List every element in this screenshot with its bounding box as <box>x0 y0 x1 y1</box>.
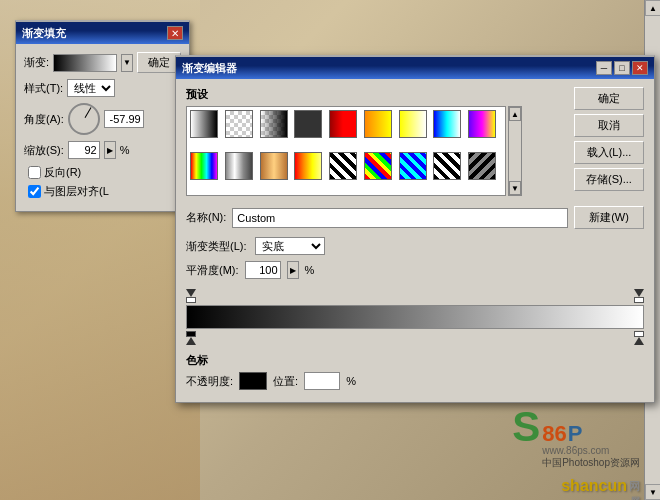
smoothness-label: 平滑度(M): <box>186 263 239 278</box>
editor-titlebar: 渐变编辑器 ─ □ ✕ <box>176 57 654 79</box>
preset-stripe2[interactable] <box>364 152 392 180</box>
gradient-fill-close-btn[interactable]: ✕ <box>167 26 183 40</box>
scroll-down-btn[interactable]: ▼ <box>645 484 660 500</box>
name-label: 名称(N): <box>186 210 226 225</box>
opacity-stop-arrow-left <box>186 289 196 297</box>
gradient-fill-titlebar: 渐变填充 ✕ <box>16 22 189 44</box>
restore-btn[interactable]: □ <box>614 61 630 75</box>
gradient-fill-title: 渐变填充 <box>22 26 66 41</box>
gradient-preview[interactable] <box>53 54 117 72</box>
shancun-cn: 网 <box>629 479 640 494</box>
editor-cancel-btn[interactable]: 取消 <box>574 114 644 137</box>
reverse-checkbox[interactable] <box>28 166 41 179</box>
preset-rainbow[interactable] <box>190 152 218 180</box>
color-stop-black[interactable] <box>186 331 196 345</box>
reverse-label: 反向(R) <box>44 165 81 180</box>
location-label: 位置: <box>273 374 298 389</box>
angle-input[interactable] <box>104 110 144 128</box>
align-checkbox[interactable] <box>28 185 41 198</box>
smoothness-unit: % <box>305 264 315 276</box>
watermark-url: www.86ps.com <box>542 445 609 456</box>
scale-stepper[interactable]: ▶ <box>104 141 116 159</box>
preset-dark[interactable] <box>294 110 322 138</box>
shancun-url: 网 <box>631 495 640 500</box>
preset-warm[interactable] <box>294 152 322 180</box>
color-stop-section: 色标 不透明度: 位置: % <box>186 353 644 390</box>
smoothness-input[interactable] <box>245 261 281 279</box>
gradient-label: 渐变: <box>24 55 49 70</box>
type-row: 渐变类型(L): 实底 <box>186 237 644 255</box>
color-swatch[interactable] <box>239 372 267 390</box>
preset-scroll-down[interactable]: ▼ <box>509 181 521 195</box>
opacity-label: 不透明度: <box>186 374 233 389</box>
preset-chrome[interactable] <box>225 152 253 180</box>
editor-body: 预设 <box>176 79 654 402</box>
gradient-fill-body: 渐变: ▼ 确定 样式(T): 线性 角度(A): 缩放(S): ▶ % 反向(… <box>16 44 189 211</box>
smoothness-stepper[interactable]: ▶ <box>287 261 299 279</box>
editor-save-btn[interactable]: 存储(S)... <box>574 168 644 191</box>
preset-violet[interactable] <box>468 110 496 138</box>
style-label: 样式(T): <box>24 81 63 96</box>
preset-blue-white[interactable] <box>433 110 461 138</box>
angle-row: 角度(A): <box>24 103 181 135</box>
presets-title: 预设 <box>186 87 566 102</box>
reverse-row: 反向(R) <box>24 165 181 180</box>
watermark-logo-char: S <box>512 406 540 448</box>
gradient-bar[interactable] <box>186 305 644 329</box>
type-label: 渐变类型(L): <box>186 239 247 254</box>
new-btn[interactable]: 新建(W) <box>574 206 644 229</box>
style-select[interactable]: 线性 <box>67 79 115 97</box>
opacity-stops <box>186 289 644 303</box>
location-input[interactable] <box>304 372 340 390</box>
name-input[interactable] <box>232 208 568 228</box>
preset-red[interactable] <box>329 110 357 138</box>
opacity-stop-right[interactable] <box>634 289 644 303</box>
color-stops <box>186 331 644 345</box>
style-row: 样式(T): 线性 <box>24 79 181 97</box>
scale-input[interactable] <box>68 141 100 159</box>
preset-copper[interactable] <box>260 152 288 180</box>
editor-action-buttons: 确定 取消 载入(L)... 存储(S)... <box>574 87 644 196</box>
win-buttons: ─ □ ✕ <box>596 61 648 75</box>
scroll-up-btn[interactable]: ▲ <box>645 0 660 16</box>
close-btn[interactable]: ✕ <box>632 61 648 75</box>
preset-stripe5[interactable] <box>468 152 496 180</box>
presets-section: 预设 <box>186 87 644 196</box>
editor-load-btn[interactable]: 载入(L)... <box>574 141 644 164</box>
preset-stripe1[interactable] <box>329 152 357 180</box>
percent-label: % <box>346 375 356 387</box>
preset-yellow[interactable] <box>399 110 427 138</box>
preset-scroll-track <box>509 121 521 181</box>
preset-orange[interactable] <box>364 110 392 138</box>
watermark-86: 86 <box>542 423 566 445</box>
editor-ok-btn[interactable]: 确定 <box>574 87 644 110</box>
preset-bw[interactable] <box>190 110 218 138</box>
presets-grid <box>186 106 506 196</box>
color-stop-white[interactable] <box>634 331 644 345</box>
preset-transparent[interactable] <box>225 110 253 138</box>
preset-scroll-up[interactable]: ▲ <box>509 107 521 121</box>
presets-area: 预设 <box>186 87 566 196</box>
minimize-btn[interactable]: ─ <box>596 61 612 75</box>
preset-stripe3[interactable] <box>399 152 427 180</box>
align-row: 与图层对齐(L <box>24 184 181 199</box>
editor-title: 渐变编辑器 <box>182 61 237 76</box>
preset-transparent2[interactable] <box>260 110 288 138</box>
watermark: S 86 P www.86ps.com 中国Photoshop资源网 <box>512 406 640 470</box>
opacity-stop-left[interactable] <box>186 289 196 303</box>
type-select[interactable]: 实底 <box>255 237 325 255</box>
preset-scrollbar[interactable]: ▲ ▼ <box>508 106 522 196</box>
gradient-dropdown-btn[interactable]: ▼ <box>121 54 133 72</box>
gradient-row: 渐变: ▼ 确定 <box>24 52 181 73</box>
color-stop-arrow-white <box>634 337 644 345</box>
watermark-cn-text: 中国Photoshop资源网 <box>542 456 640 470</box>
gradient-editor-dialog: 渐变编辑器 ─ □ ✕ 预设 <box>175 55 655 403</box>
name-row: 名称(N): 新建(W) <box>186 206 644 229</box>
opacity-stop-box-left <box>186 297 196 303</box>
preset-stripe4[interactable] <box>433 152 461 180</box>
shancun-watermark: shancun 网 网 <box>561 477 640 495</box>
gradient-fill-dialog: 渐变填充 ✕ 渐变: ▼ 确定 样式(T): 线性 角度(A): 缩放(S): … <box>15 20 190 212</box>
color-stop-details: 不透明度: 位置: % <box>186 372 644 390</box>
scale-unit: % <box>120 144 130 156</box>
angle-dial[interactable] <box>68 103 100 135</box>
